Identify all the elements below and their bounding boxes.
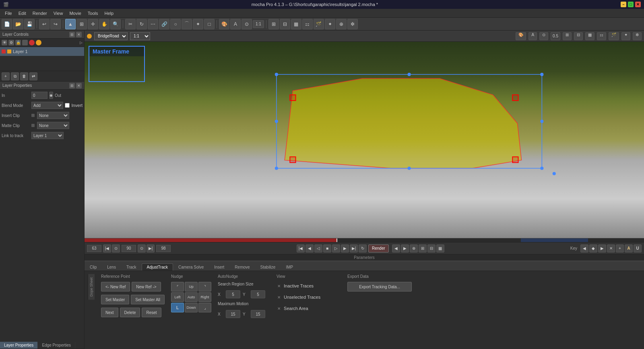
nudge-corner-tl[interactable]: ⌜ <box>171 282 184 292</box>
key-del-btn[interactable]: ✕ <box>607 244 615 253</box>
menu-edit[interactable]: Edit <box>15 9 29 18</box>
rect-tool[interactable]: □ <box>204 19 215 29</box>
link-layer-btn[interactable]: ⇄ <box>29 72 37 80</box>
nudge-down-btn[interactable]: Down <box>185 303 198 312</box>
eye-icon[interactable]: 👁 <box>2 40 7 45</box>
link-tool[interactable]: 🔗 <box>159 19 169 29</box>
next-frame-btn[interactable]: ▶ <box>341 244 349 253</box>
vp-extra2[interactable]: ✦ <box>621 32 630 40</box>
xspline-tool[interactable]: ✦ <box>193 19 203 29</box>
render-extra2[interactable]: ▦ <box>436 244 444 253</box>
vp-layout2[interactable]: ⊟ <box>574 32 583 40</box>
ellipse-tool[interactable]: ○ <box>170 19 181 29</box>
reset-btn[interactable]: Reset <box>142 308 161 317</box>
link-to-track-select[interactable]: Layer 1 <box>31 132 64 139</box>
tab-edge-properties[interactable]: Edge Properties <box>38 342 75 349</box>
menu-tools[interactable]: Tools <box>85 9 101 18</box>
key-prev-btn[interactable]: ◀ <box>580 244 588 253</box>
zoom-tool[interactable]: 🔍 <box>110 19 121 29</box>
delete-btn[interactable]: Delete <box>120 308 140 317</box>
bezier-tool[interactable]: ⌒ <box>182 19 192 29</box>
tab-lens[interactable]: Lens <box>102 263 121 271</box>
undo-button[interactable]: ↩ <box>39 19 50 29</box>
view-btn2[interactable]: ⊙ <box>242 19 252 29</box>
search-x-input[interactable] <box>226 290 240 298</box>
vp-view-btn[interactable]: ⊙ <box>539 32 548 40</box>
layer-props-expand[interactable]: ⊞ <box>69 83 75 88</box>
nudge-l-active[interactable]: L <box>171 303 184 312</box>
tab-remove[interactable]: Remove <box>229 263 255 271</box>
del-point-tool[interactable]: ✂ <box>125 19 136 29</box>
magnet-btn[interactable]: ✦ <box>325 19 335 29</box>
matte-clip-select[interactable]: None <box>37 122 69 129</box>
minimize-button[interactable]: – <box>621 2 626 7</box>
layer-expand-icon[interactable]: ▷ <box>80 41 83 45</box>
add-point-tool[interactable]: ✛ <box>88 19 98 29</box>
tab-layer-properties[interactable]: Layer Properties <box>0 342 38 349</box>
in-circle[interactable]: ⊙ <box>112 244 120 253</box>
set-in-btn[interactable]: |◀ <box>103 244 111 253</box>
color-mode-btn[interactable]: 🎨 <box>219 19 229 29</box>
in-input[interactable] <box>31 92 47 99</box>
frame-out-input[interactable] <box>156 245 171 252</box>
add-layer-btn[interactable]: + <box>2 72 10 80</box>
zoom-dropdown[interactable]: 1:1 <box>130 32 150 40</box>
dope-sheet-tab[interactable]: Dope Sheet <box>88 274 95 300</box>
layout-btn1[interactable]: ⊞ <box>268 19 279 29</box>
tab-track[interactable]: Track <box>121 263 142 271</box>
layout-btn2[interactable]: ⊟ <box>280 19 290 29</box>
layout-btn3[interactable]: ▦ <box>291 19 301 29</box>
new-ref-next-btn[interactable]: New Ref -> <box>132 282 161 292</box>
render-next-btn[interactable]: ▶ <box>401 244 409 253</box>
nudge-corner-tr[interactable]: ⌝ <box>198 282 211 292</box>
tab-insert[interactable]: Insert <box>209 263 229 271</box>
transform-tool[interactable]: ⊞ <box>76 19 87 29</box>
render-fwd-btn[interactable]: ⊞ <box>419 244 427 253</box>
stabilize-btn[interactable]: ⊕ <box>336 19 347 29</box>
go-start-btn[interactable]: |◀ <box>297 244 305 253</box>
render-prev-btn[interactable]: ◀ <box>392 244 400 253</box>
stop-btn[interactable]: ■ <box>323 244 331 253</box>
warp-tool[interactable]: ⋯ <box>148 19 158 29</box>
set-out-btn[interactable]: ▶| <box>147 244 155 253</box>
new-button[interactable]: 📄 <box>2 19 12 29</box>
delete-layer-btn[interactable]: 🗑 <box>20 72 28 80</box>
save-button[interactable]: 💾 <box>24 19 35 29</box>
next-btn[interactable]: Next <box>101 308 118 317</box>
vp-extra3[interactable]: ✼ <box>633 32 642 40</box>
invert-checkbox[interactable] <box>65 103 70 108</box>
open-button[interactable]: 📂 <box>13 19 23 29</box>
key-add-btn[interactable]: + <box>616 244 624 253</box>
layer-ctrl-close[interactable]: ✕ <box>76 32 82 37</box>
motion-y-input[interactable] <box>251 310 265 318</box>
timeline-strip[interactable] <box>85 238 644 242</box>
tab-imp[interactable]: IMP <box>281 263 298 271</box>
render-button[interactable]: Render <box>368 244 389 253</box>
nudge-right-btn[interactable]: Right <box>198 292 211 302</box>
nudge-corner-br[interactable]: ⌟ <box>198 303 211 312</box>
opacity-input[interactable]: 1:1 <box>253 20 264 28</box>
layer-dropdown[interactable]: BridgeRoad <box>94 32 128 40</box>
tab-camera-solve[interactable]: Camera Solve <box>173 263 209 271</box>
motion-x-input[interactable] <box>226 310 240 318</box>
layer-ctrl-expand[interactable]: ⊞ <box>69 32 75 37</box>
loop-btn[interactable]: ↻ <box>359 244 367 253</box>
layer-item-1[interactable]: Layer 1 <box>0 47 84 56</box>
vp-alpha-btn[interactable]: A <box>528 32 537 40</box>
set-master-btn[interactable]: Set Master <box>101 295 129 304</box>
menu-movie[interactable]: Movie <box>66 9 84 18</box>
tab-adjusttrack[interactable]: AdjustTrack <box>142 263 173 271</box>
vp-extra1[interactable]: 🪄 <box>609 32 619 40</box>
vp-color-btn[interactable]: 🎨 <box>516 32 526 40</box>
play-btn[interactable]: ▷ <box>332 244 340 253</box>
menu-render[interactable]: Render <box>29 9 50 18</box>
prev-btn[interactable]: ◁ <box>314 244 322 253</box>
maximize-button[interactable]: □ <box>628 2 634 7</box>
export-tracking-btn[interactable]: Export Tracking Data... <box>347 282 412 292</box>
tab-clip[interactable]: Clip <box>85 263 102 271</box>
key-next-btn[interactable]: ▶ <box>598 244 606 253</box>
layer-props-close[interactable]: ✕ <box>76 83 82 88</box>
layer-orange-dot[interactable] <box>36 40 41 45</box>
insert-clip-select[interactable]: None <box>37 112 69 119</box>
menu-help[interactable]: Help <box>101 9 117 18</box>
